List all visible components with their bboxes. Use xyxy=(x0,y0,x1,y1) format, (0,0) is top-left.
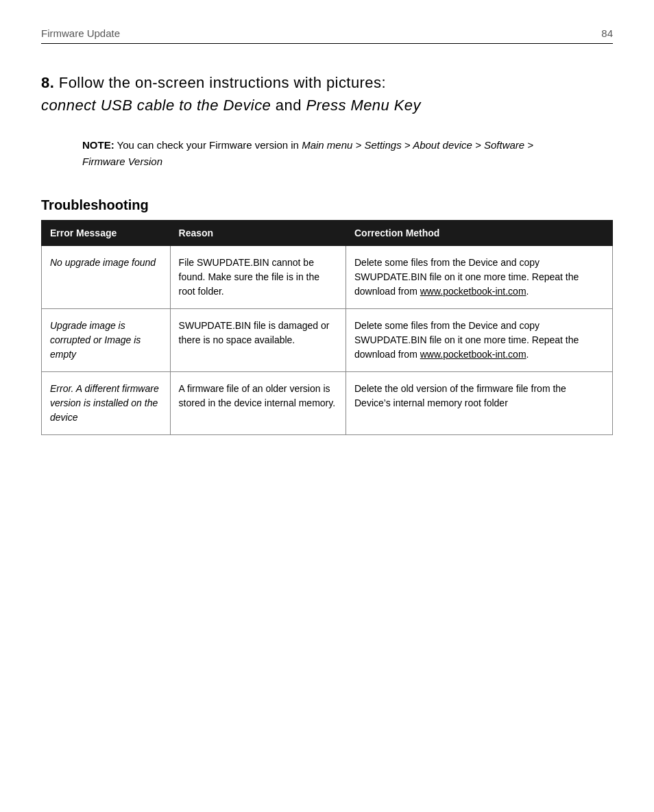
header-title: Firmware Update xyxy=(41,27,120,39)
link-1: www.pocketbook-int.com xyxy=(420,286,526,297)
step-number: 8. xyxy=(41,74,54,91)
step8-and: and xyxy=(271,97,306,114)
correction-1: Delete some files from the Device and co… xyxy=(346,246,612,309)
col-header-reason: Reason xyxy=(170,221,346,246)
page-header: Firmware Update 84 xyxy=(41,27,613,44)
page: Firmware Update 84 8. Follow the on-scre… xyxy=(0,0,654,812)
table-row: Error. A different firmware version is i… xyxy=(42,372,613,435)
col-header-error: Error Message xyxy=(42,221,171,246)
step8-heading: 8. Follow the on-screen instructions wit… xyxy=(41,71,613,116)
correction-2: Delete some files from the Device and co… xyxy=(346,309,612,372)
error-message-3: Error. A different firmware version is i… xyxy=(42,372,171,435)
col-header-correction: Correction Method xyxy=(346,221,612,246)
troubleshooting-title: Troubleshooting xyxy=(41,197,613,213)
reason-3: A firmware file of an older version is s… xyxy=(170,372,346,435)
table-row: Upgrade image is corrupted or Image is e… xyxy=(42,309,613,372)
note-label: NOTE: xyxy=(82,139,114,151)
reason-1: File SWUPDATE.BIN cannot be found. Make … xyxy=(170,246,346,309)
step8-italic2: Press Menu Key xyxy=(306,97,421,114)
table-header-row: Error Message Reason Correction Method xyxy=(42,221,613,246)
correction-3: Delete the old version of the firmware f… xyxy=(346,372,612,435)
error-message-1: No upgrade image found xyxy=(42,246,171,309)
reason-2: SWUPDATE.BIN file is damaged or there is… xyxy=(170,309,346,372)
header-page-number: 84 xyxy=(601,27,613,39)
step8-italic1: connect USB cable to the Device xyxy=(41,97,271,114)
link-2: www.pocketbook-int.com xyxy=(420,349,526,360)
troubleshooting-table: Error Message Reason Correction Method N… xyxy=(41,220,613,435)
step8-text: Follow the on-screen instructions with p… xyxy=(54,74,386,91)
note-text: You can check your Firmware version in xyxy=(114,139,302,151)
error-message-2: Upgrade image is corrupted or Image is e… xyxy=(42,309,171,372)
table-row: No upgrade image found File SWUPDATE.BIN… xyxy=(42,246,613,309)
note-block: NOTE: You can check your Firmware versio… xyxy=(82,137,572,170)
